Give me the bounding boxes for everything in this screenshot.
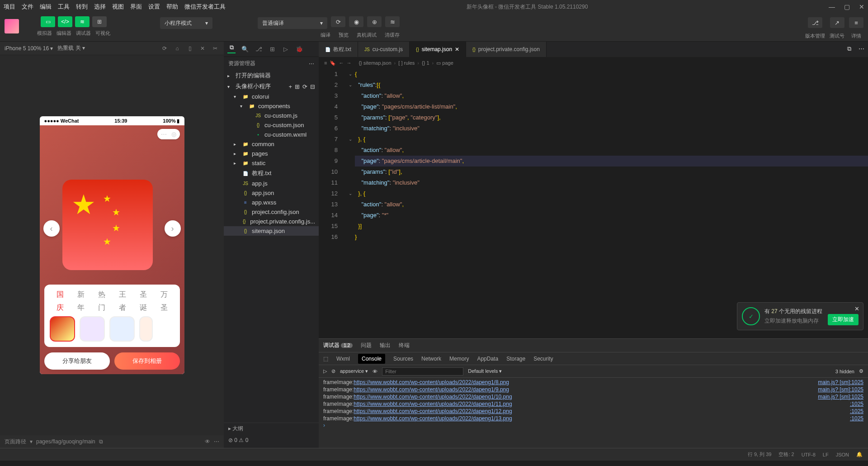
menu-item[interactable]: 工具 bbox=[58, 3, 70, 11]
simulator-button[interactable]: ▭ bbox=[41, 16, 55, 27]
tree-item[interactable]: ▸📁static bbox=[224, 158, 319, 168]
category-tab[interactable]: 新 bbox=[77, 290, 85, 300]
menu-item[interactable]: 转到 bbox=[76, 3, 88, 11]
close-icon[interactable]: ✕ bbox=[854, 305, 859, 312]
tree-item[interactable]: ▪cu-custom.wxml bbox=[224, 130, 319, 139]
tree-item[interactable]: ▾📁colorui bbox=[224, 92, 319, 101]
frame-item[interactable] bbox=[139, 316, 153, 342]
accelerate-button[interactable]: 立即加速 bbox=[828, 314, 859, 325]
branch-icon[interactable]: ⎇ bbox=[255, 45, 263, 53]
ext-icon[interactable]: ⊞ bbox=[268, 45, 276, 53]
filter-input[interactable] bbox=[382, 367, 463, 376]
category-tab[interactable]: 王 bbox=[119, 290, 126, 300]
maximize-icon[interactable]: ▢ bbox=[844, 3, 850, 10]
mute-icon[interactable]: ✕ bbox=[198, 44, 207, 52]
device-selector[interactable]: iPhone 5 100% 16 ▾ bbox=[5, 45, 53, 52]
copy-icon[interactable]: ⧉ bbox=[99, 438, 103, 445]
home-icon[interactable]: ⌂ bbox=[173, 44, 181, 52]
tree-item[interactable]: {}app.json bbox=[224, 188, 319, 198]
play-icon[interactable]: ▷ bbox=[323, 368, 327, 374]
encoding-indicator[interactable]: UTF-8 bbox=[802, 452, 816, 457]
menu-item[interactable]: 视图 bbox=[112, 3, 124, 11]
eol-indicator[interactable]: LF bbox=[823, 452, 829, 457]
clear-cache-button[interactable]: ≋ bbox=[385, 16, 400, 27]
menu-item[interactable]: 帮助 bbox=[166, 3, 178, 11]
editor-button[interactable]: </> bbox=[58, 16, 72, 27]
devtools-subtab[interactable]: Console bbox=[358, 354, 385, 364]
menu-item[interactable]: 编辑 bbox=[40, 3, 52, 11]
eye-icon[interactable]: 👁 bbox=[205, 438, 210, 445]
category-tab[interactable]: 圣 bbox=[140, 290, 147, 300]
new-file-icon[interactable]: + bbox=[288, 83, 292, 90]
refresh-icon[interactable]: ⟳ bbox=[160, 44, 169, 52]
prev-arrow[interactable]: ‹ bbox=[43, 220, 60, 237]
frame-item[interactable] bbox=[80, 316, 105, 342]
project-section[interactable]: ▾头像框小程序 + ⊞ ⟳ ⊟ bbox=[224, 81, 319, 92]
menu-item[interactable]: 设置 bbox=[148, 3, 160, 11]
spaces-indicator[interactable]: 空格: 2 bbox=[778, 451, 794, 458]
compile-button[interactable]: ⟳ bbox=[331, 16, 345, 27]
devtools-subtab[interactable]: Memory bbox=[449, 356, 469, 362]
tree-item[interactable]: ▸📁common bbox=[224, 139, 319, 149]
bell-icon[interactable]: 🔔 bbox=[856, 452, 863, 457]
levels-dropdown[interactable]: Default levels ▾ bbox=[468, 368, 502, 374]
clear-icon[interactable]: ⊘ bbox=[331, 368, 335, 374]
more-icon[interactable]: ⋯ bbox=[214, 438, 219, 445]
frame-item[interactable] bbox=[50, 316, 75, 342]
capsule-button[interactable]: ⋯◎ bbox=[157, 129, 180, 139]
search-icon[interactable]: 🔍 bbox=[241, 45, 249, 53]
device-icon[interactable]: ▯ bbox=[186, 44, 194, 52]
gear-icon[interactable]: ⚙ bbox=[859, 368, 863, 374]
debugger-tab[interactable]: 调试器 1.2 bbox=[323, 342, 353, 349]
category-tab[interactable]: 年 bbox=[77, 303, 85, 313]
output-tab[interactable]: 输出 bbox=[380, 342, 391, 349]
tree-item[interactable]: 📄教程.txt bbox=[224, 168, 319, 179]
category-tab[interactable]: 者 bbox=[119, 303, 126, 313]
remote-debug-button[interactable]: ⊕ bbox=[367, 16, 382, 27]
tree-item[interactable]: {}project.config.json bbox=[224, 207, 319, 217]
cursor-pos[interactable]: 行 9, 列 39 bbox=[748, 451, 772, 458]
tree-item[interactable]: {}sitemap.json bbox=[224, 226, 319, 236]
category-tab[interactable]: 庆 bbox=[57, 303, 64, 313]
editor-tab[interactable]: {}project.private.config.json bbox=[466, 42, 547, 57]
error-count[interactable]: ⊘ 0 bbox=[228, 437, 237, 443]
menu-item[interactable]: 微信开发者工具 bbox=[184, 3, 226, 11]
phone-simulator[interactable]: ●●●●● WeChat 15:39 100% ▮ ⋯◎ ★ ★ ★ ★ ★ ‹… bbox=[40, 116, 184, 374]
devtools-subtab[interactable]: Security bbox=[533, 356, 553, 362]
tree-item[interactable]: JSapp.js bbox=[224, 179, 319, 188]
editor-tab[interactable]: 📄教程.txt bbox=[319, 42, 358, 57]
lang-indicator[interactable]: JSON bbox=[836, 452, 849, 457]
category-tab[interactable]: 圣 bbox=[160, 303, 168, 313]
devtools-subtab[interactable]: AppData bbox=[477, 356, 498, 362]
next-arrow[interactable]: › bbox=[165, 220, 181, 237]
context-dropdown[interactable]: appservice ▾ bbox=[340, 368, 368, 374]
user-avatar[interactable] bbox=[5, 19, 19, 33]
problems-tab[interactable]: 问题 bbox=[361, 342, 372, 349]
bookmark-icon[interactable]: 🔖 bbox=[330, 60, 336, 66]
devtools-subtab[interactable]: Wxml bbox=[336, 356, 350, 362]
terminal-tab[interactable]: 终端 bbox=[399, 342, 410, 349]
frame-item[interactable] bbox=[109, 316, 135, 342]
compile-dropdown[interactable]: 普通编译▾ bbox=[258, 17, 327, 29]
refresh-icon[interactable]: ⟳ bbox=[302, 83, 307, 90]
tree-item[interactable]: {}project.private.config.js... bbox=[224, 217, 319, 226]
tree-item[interactable]: ≡app.wxss bbox=[224, 198, 319, 207]
details-button[interactable]: ≡ bbox=[849, 17, 863, 28]
tree-item[interactable]: {}cu-custom.json bbox=[224, 120, 319, 130]
menu-item[interactable]: 选择 bbox=[94, 3, 106, 11]
category-tab[interactable]: 国 bbox=[57, 290, 64, 300]
more-icon[interactable]: ⋯ bbox=[855, 42, 868, 57]
menu-item[interactable]: 界面 bbox=[130, 3, 142, 11]
category-tab[interactable]: 门 bbox=[98, 303, 105, 313]
code-editor[interactable]: 12345678910111213141516 ⌄⌄⌄⌄ { "rules":[… bbox=[319, 69, 868, 338]
fwd-icon[interactable]: → bbox=[346, 60, 351, 66]
explorer-icon[interactable]: ⧉ bbox=[227, 45, 236, 53]
menu-item[interactable]: 项目 bbox=[4, 3, 15, 11]
tree-item[interactable]: JScu-custom.js bbox=[224, 111, 319, 120]
editors-section[interactable]: ▸打开的编辑器 bbox=[224, 70, 319, 81]
tree-item[interactable]: ▸📁pages bbox=[224, 149, 319, 158]
bug-icon[interactable]: 🐞 bbox=[295, 45, 303, 53]
more-icon[interactable]: ⋯ bbox=[309, 61, 314, 67]
devtools-subtab[interactable]: Sources bbox=[393, 356, 413, 362]
eye-icon[interactable]: 👁 bbox=[373, 369, 377, 374]
